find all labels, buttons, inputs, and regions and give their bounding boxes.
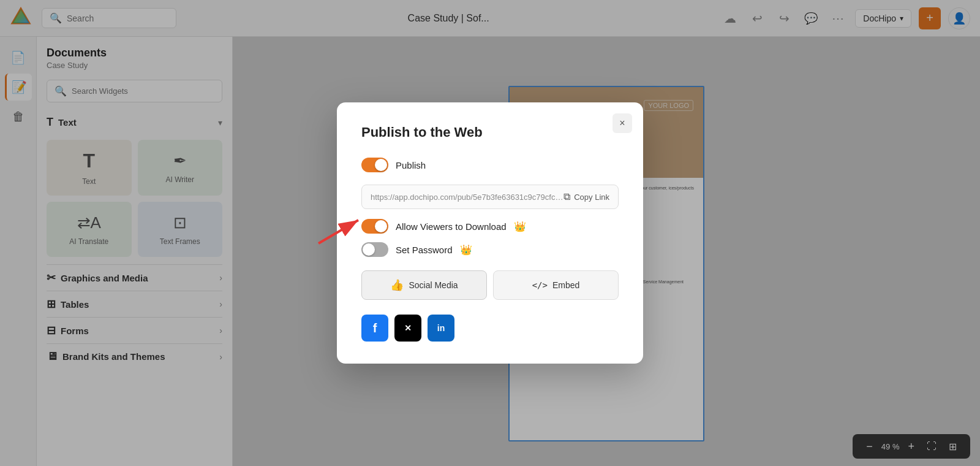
set-password-knob bbox=[363, 243, 375, 256]
modal-close-button[interactable]: × bbox=[612, 113, 632, 133]
publish-label: Publish bbox=[396, 160, 426, 170]
social-media-tab-icon: 👍 bbox=[390, 278, 404, 292]
publish-toggle-knob bbox=[375, 159, 387, 171]
publish-toggle[interactable] bbox=[361, 158, 388, 172]
twitter-share-button[interactable]: ✕ bbox=[394, 315, 421, 342]
set-password-label: Set Password bbox=[396, 245, 453, 255]
allow-download-label: Allow Viewers to Download bbox=[396, 221, 507, 232]
copy-link-label: Copy Link bbox=[574, 193, 609, 202]
copy-link-button[interactable]: ⧉ Copy Link bbox=[564, 191, 609, 202]
share-tabs: 👍 Social Media </> Embed bbox=[361, 270, 619, 300]
allow-download-row: Allow Viewers to Download 👑 bbox=[361, 219, 619, 234]
embed-tab-label: Embed bbox=[552, 280, 579, 290]
set-password-toggle[interactable] bbox=[361, 242, 388, 257]
linkedin-share-button[interactable]: in bbox=[428, 315, 454, 342]
svg-line-3 bbox=[318, 220, 358, 243]
embed-tab[interactable]: </> Embed bbox=[493, 270, 619, 300]
url-display: https://app.dochipo.com/pub/5e7b3fe63631… bbox=[371, 193, 564, 202]
modal-overlay[interactable]: Publish to the Web × Publish https://app… bbox=[0, 0, 980, 466]
allow-download-knob bbox=[375, 220, 387, 232]
modal-title: Publish to the Web bbox=[361, 124, 619, 140]
publish-toggle-row: Publish bbox=[361, 158, 619, 172]
url-row: https://app.dochipo.com/pub/5e7b3fe63631… bbox=[361, 185, 619, 209]
set-password-crown-icon: 👑 bbox=[460, 244, 472, 256]
facebook-share-button[interactable]: f bbox=[361, 315, 388, 342]
publish-modal: Publish to the Web × Publish https://app… bbox=[337, 102, 643, 364]
embed-tab-icon: </> bbox=[532, 280, 548, 290]
allow-download-crown-icon: 👑 bbox=[514, 221, 526, 232]
social-icons-row: f ✕ in bbox=[361, 315, 619, 342]
social-media-tab[interactable]: 👍 Social Media bbox=[361, 270, 487, 300]
set-password-row: Set Password 👑 bbox=[361, 242, 619, 257]
social-media-tab-label: Social Media bbox=[409, 280, 458, 290]
copy-icon: ⧉ bbox=[564, 191, 570, 202]
allow-download-toggle[interactable] bbox=[361, 219, 388, 234]
